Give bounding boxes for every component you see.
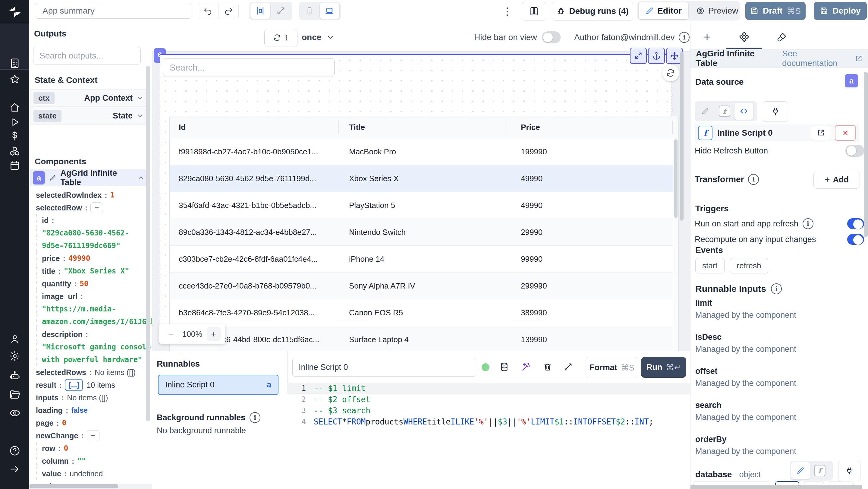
rail-robot-icon[interactable] [0,368,29,384]
open-script-button[interactable] [811,125,831,140]
table-row[interactable]: c303bce7-cb2e-42c6-8fdf-6aa01fc4e4...iPh… [170,246,678,273]
aggrid-component[interactable]: Search... Id Title Price f991898d-cb27-4… [160,54,672,344]
collapse-button[interactable]: − [90,202,103,213]
rail-folder-icon[interactable] [0,387,29,402]
table-row[interactable]: 2128adca-7fc6-44bd-800c-dc115df6ac...Sur… [170,326,678,353]
zoom-out-button[interactable]: − [164,327,178,341]
chevron-up-icon[interactable] [137,174,145,182]
output-tree-row[interactable]: newChange:− [29,429,148,442]
table-row[interactable]: ccee43dc-27e0-40a8-b768-b09579b0...Sony … [170,273,678,299]
static-mode-button[interactable] [696,103,715,120]
info-icon[interactable]: i [748,174,759,185]
info-icon[interactable]: i [679,32,689,43]
info-icon[interactable]: i [803,218,813,229]
output-tree-row[interactable]: price:49990 [29,252,148,265]
output-tree-row[interactable]: with powerful hardware" [29,353,148,366]
center-layout-button[interactable] [250,3,270,19]
output-tree-row[interactable]: selectedRow:− [29,202,148,214]
rail-buildings-icon[interactable] [0,56,29,71]
rail-eye-icon[interactable] [0,405,29,421]
component-refresh-button[interactable] [662,64,679,82]
event-pill-refresh[interactable]: refresh [730,258,768,273]
info-icon[interactable]: i [250,412,260,423]
deploy-button[interactable]: Deploy [814,2,867,20]
output-tree-row[interactable]: "Microsoft gaming console [29,341,148,353]
add-transformer-button[interactable]: + Add [813,171,860,189]
template-mode-button[interactable]: f [715,103,734,120]
code-mode-button[interactable] [735,103,753,120]
script-name-input[interactable]: Inline Script 0 [292,358,476,376]
output-tree-row[interactable]: column:"" [29,455,148,467]
pencil-icon[interactable] [49,174,56,182]
runnable-item-inline-script-0[interactable]: Inline Script 0 a [158,375,278,395]
code-line[interactable]: 2-- $2 offset [287,394,690,405]
table-row[interactable]: b3e864c8-7fe3-4270-89e9-54c12038...Canon… [170,299,678,326]
code-line[interactable]: 1-- $1 limit [287,383,690,394]
chevron-down-icon[interactable] [136,94,144,102]
output-tree-row[interactable]: inputs:No items ([]) [29,391,148,404]
template-mode-button[interactable]: f [810,462,829,479]
table-row[interactable]: 354f6afd-43ac-4321-b1bc-0b5e5adcb...Play… [170,192,678,219]
delete-script-button[interactable] [539,359,556,375]
rail-dollar-icon[interactable] [0,128,29,144]
panel-horizontal-scrollbar[interactable] [690,485,862,489]
output-tree-row[interactable]: selectedRows:No items ([]) [29,366,148,379]
rail-home-icon[interactable] [0,100,29,115]
component-settings-tab[interactable] [734,28,755,47]
connect-mode-button[interactable] [838,461,861,481]
redo-button[interactable] [218,3,239,19]
component-row-aggrid[interactable]: a AgGrid Infinite Table [29,170,148,186]
table-search-input[interactable]: Search... [163,58,335,77]
hide-bar-toggle[interactable] [542,31,561,43]
outputs-horizontal-scrollbar[interactable] [29,484,152,489]
rail-gear-icon[interactable] [0,348,29,364]
static-mode-button[interactable] [791,462,810,479]
rail-user-icon[interactable] [0,332,29,347]
canvas-vertical-scrollbar[interactable] [680,52,684,368]
output-tree-row[interactable]: image_url: [29,290,148,303]
panel-vertical-scrollbar[interactable] [864,72,868,237]
column-header-id[interactable]: Id [170,123,338,132]
expand-array-button[interactable]: [...] [65,379,83,391]
ai-assistant-button[interactable] [518,359,534,375]
frequency-select[interactable]: once [302,29,335,46]
hide-refresh-toggle[interactable] [845,145,864,157]
debug-runs-button[interactable]: Debug runs (4) [552,2,633,21]
trigger-toggle[interactable] [847,234,864,245]
app-summary-input[interactable]: App summary [35,3,191,19]
zoom-in-button[interactable]: + [207,327,221,341]
windmill-logo[interactable] [0,0,29,24]
output-tree-row[interactable]: amazon.com/images/I/61JGKho [29,315,148,328]
column-header-title[interactable]: Title [338,123,505,132]
rail-star-icon[interactable] [0,72,29,87]
rail-help-icon[interactable] [0,443,29,458]
outputs-vertical-scrollbar[interactable] [146,66,150,422]
more-menu-button[interactable]: ⋮ [503,4,512,18]
output-tree-row[interactable]: title:"Xbox Series X" [29,265,148,277]
output-tree-row[interactable]: id: [29,214,148,227]
styling-tab[interactable] [771,28,792,47]
rail-calendar-icon[interactable] [0,158,29,173]
output-tree-row[interactable]: value:undefined [29,467,148,480]
code-editor[interactable]: 1-- $1 limit2-- $2 offset3-- $3 search4S… [287,383,690,489]
code-line[interactable]: 4SELECT * FROM products WHERE title ILIK… [287,416,690,427]
insert-component-tab[interactable] [696,28,718,47]
see-documentation-link[interactable]: See documentation [782,49,863,68]
output-tree-row[interactable]: "829ca080-5630-4562- [29,227,148,239]
trigger-toggle[interactable] [847,218,864,229]
docs-button[interactable] [522,2,546,21]
output-tree-row[interactable]: selectedRowIndex:1 [29,189,148,202]
output-tree-row[interactable]: loading:false [29,404,148,417]
table-vertical-scrollbar[interactable] [673,138,678,375]
search-outputs-input[interactable]: Search outputs... [33,47,141,65]
event-pill-start[interactable]: start [695,258,724,273]
output-tree-row[interactable]: 9d5e-7611199dc669" [29,239,148,252]
output-tree-row[interactable]: "https://m.media- [29,303,148,315]
output-tree-row[interactable]: page:0 [29,417,148,429]
info-icon[interactable]: i [771,283,782,294]
format-button[interactable]: Format ⌘S [586,357,638,378]
ctx-row[interactable]: ctx App Context [29,89,148,107]
remove-script-button[interactable]: × [835,125,856,141]
collapse-button[interactable]: − [87,430,99,441]
component-expand-button[interactable] [630,48,647,64]
